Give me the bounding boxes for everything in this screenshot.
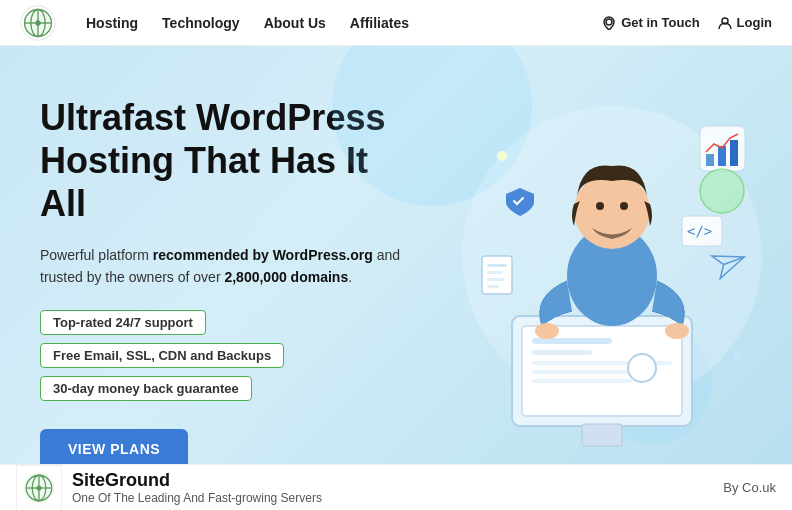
navbar: SiteGround Hosting Technology About Us A…: [0, 0, 792, 46]
get-in-touch-label: Get in Touch: [621, 15, 699, 30]
svg-rect-17: [582, 424, 622, 446]
svg-rect-31: [482, 256, 512, 294]
hero-subtitle: Powerful platform recommended by WordPre…: [40, 244, 412, 289]
footer-text-block: SiteGround One Of The Leading And Fast-g…: [72, 470, 322, 505]
hero-right: </>: [452, 46, 792, 464]
get-in-touch-button[interactable]: Get in Touch: [602, 15, 699, 30]
svg-point-18: [628, 354, 656, 382]
svg-point-37: [497, 151, 507, 161]
hero-section: Ultrafast WordPress Hosting That Has It …: [0, 46, 792, 464]
nav-technology[interactable]: Technology: [162, 15, 240, 31]
nav-right: Get in Touch Login: [602, 15, 772, 30]
badge-list: Top-rated 24/7 support Free Email, SSL, …: [40, 310, 412, 401]
svg-point-21: [596, 202, 604, 210]
badge-support: Top-rated 24/7 support: [40, 310, 206, 335]
svg-rect-28: [706, 154, 714, 166]
svg-point-22: [620, 202, 628, 210]
svg-point-6: [35, 20, 40, 25]
svg-rect-29: [718, 146, 726, 166]
nav-links: Hosting Technology About Us Affiliates: [86, 15, 602, 31]
footer-site-name: SiteGround: [72, 470, 322, 491]
nav-affiliates[interactable]: Affiliates: [350, 15, 409, 31]
hero-subtitle-bold2: 2,800,000 domains: [224, 269, 348, 285]
svg-point-7: [606, 19, 612, 25]
badge-email: Free Email, SSL, CDN and Backups: [40, 343, 284, 368]
svg-rect-33: [487, 271, 503, 274]
svg-rect-12: [532, 338, 612, 344]
footer-logo-icon: [22, 471, 56, 505]
svg-rect-16: [532, 379, 632, 383]
hero-illustration: </>: [452, 56, 772, 456]
footer-by-text: By Co.uk: [723, 480, 776, 495]
nav-hosting[interactable]: Hosting: [86, 15, 138, 31]
svg-point-44: [36, 485, 41, 490]
svg-point-23: [535, 323, 559, 339]
svg-rect-34: [487, 278, 505, 281]
footer-bar: SiteGround One Of The Leading And Fast-g…: [0, 464, 792, 510]
svg-rect-30: [730, 140, 738, 166]
svg-rect-32: [487, 264, 507, 267]
logo-area[interactable]: SiteGround: [20, 5, 56, 41]
footer-tagline: One Of The Leading And Fast-growing Serv…: [72, 491, 322, 505]
footer-logo-area: SiteGround One Of The Leading And Fast-g…: [16, 465, 723, 511]
svg-point-36: [700, 169, 744, 213]
svg-point-38: [733, 352, 741, 360]
siteground-logo-icon: [20, 5, 56, 41]
svg-rect-35: [487, 285, 499, 288]
badge-moneyback: 30-day money back guarantee: [40, 376, 252, 401]
svg-text:</>: </>: [687, 223, 712, 239]
user-icon: [718, 16, 732, 30]
svg-point-24: [665, 323, 689, 339]
login-button[interactable]: Login: [718, 15, 772, 30]
login-label: Login: [737, 15, 772, 30]
footer-logo-circle: [16, 465, 62, 511]
location-icon: [602, 16, 616, 30]
svg-rect-13: [532, 350, 592, 355]
hero-subtitle-bold1: recommended by WordPress.org: [153, 247, 373, 263]
view-plans-button[interactable]: VIEW PLANS: [40, 429, 188, 464]
nav-about[interactable]: About Us: [264, 15, 326, 31]
